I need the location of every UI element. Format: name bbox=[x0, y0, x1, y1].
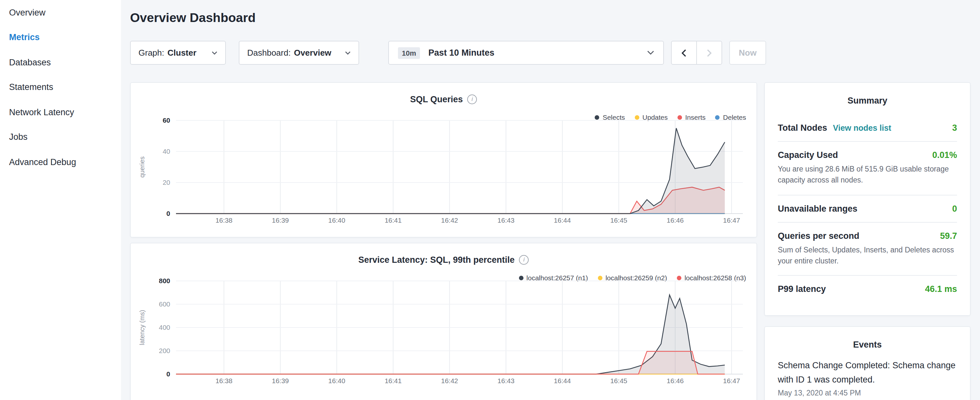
y-axis-tick-label: 20 bbox=[163, 178, 170, 186]
chevron-left-icon bbox=[681, 49, 687, 57]
y-axis-tick-label: 200 bbox=[159, 347, 170, 354]
x-axis-tick-label: 16:42 bbox=[441, 377, 458, 384]
chart-title: SQL Queries bbox=[410, 94, 463, 104]
summary-row-total-nodes: Total NodesView nodes list 3 bbox=[778, 115, 957, 141]
now-button[interactable]: Now bbox=[729, 41, 766, 65]
view-nodes-list-link[interactable]: View nodes list bbox=[833, 124, 891, 133]
x-axis-tick-label: 16:43 bbox=[498, 377, 515, 384]
summary-row-label: Queries per second bbox=[778, 231, 859, 241]
time-prev-button[interactable] bbox=[671, 41, 697, 65]
summary-row-value: 0 bbox=[952, 204, 957, 213]
y-axis-tick-label: 600 bbox=[159, 300, 170, 308]
sidebar-item-jobs[interactable]: Jobs bbox=[0, 124, 121, 150]
dashboard-dropdown[interactable]: Dashboard: Overview bbox=[239, 41, 359, 65]
x-axis-tick-label: 16:44 bbox=[554, 217, 571, 224]
dashboard-dropdown-label: Dashboard: bbox=[247, 48, 291, 57]
graph-dropdown-value: Cluster bbox=[168, 48, 197, 57]
summary-row-capacity-used: Capacity Used 0.01% You are using 28.6 M… bbox=[778, 141, 957, 194]
x-axis-tick-label: 16:38 bbox=[215, 217, 232, 224]
event-message: Schema Change Completed: Schema change w… bbox=[778, 359, 957, 386]
sidebar-item-overview[interactable]: Overview bbox=[0, 0, 121, 25]
x-axis-tick-label: 16:41 bbox=[385, 217, 402, 224]
service-latency-chart-card: Service Latency: SQL, 99th percentile i … bbox=[130, 243, 757, 400]
summary-row-unavailable-ranges: Unavailable ranges 0 bbox=[778, 194, 957, 222]
x-axis-tick-label: 16:41 bbox=[385, 377, 402, 384]
y-axis-tick-label: 800 bbox=[159, 277, 170, 284]
graph-dropdown[interactable]: Graph: Cluster bbox=[130, 41, 226, 65]
x-axis-tick-label: 16:43 bbox=[498, 217, 515, 224]
x-axis-tick-label: 16:46 bbox=[667, 377, 684, 384]
x-axis-tick-label: 16:39 bbox=[272, 217, 289, 224]
chart-title: Service Latency: SQL, 99th percentile bbox=[358, 255, 514, 265]
summary-row-value: 46.1 ms bbox=[925, 284, 957, 294]
sidebar: Overview Metrics Databases Statements Ne… bbox=[0, 0, 121, 400]
graph-dropdown-label: Graph: bbox=[138, 48, 164, 57]
y-axis-tick-label: 400 bbox=[159, 324, 170, 331]
x-axis-tick-label: 16:46 bbox=[667, 217, 684, 224]
dashboard-dropdown-value: Overview bbox=[294, 48, 331, 57]
sql-queries-chart[interactable]: 16:3816:3916:4016:4116:4216:4316:4416:45… bbox=[136, 116, 751, 228]
info-icon[interactable]: i bbox=[519, 255, 529, 265]
x-axis-tick-label: 16:40 bbox=[328, 217, 345, 224]
summary-row-description: Sum of Selects, Updates, Inserts, and De… bbox=[778, 244, 957, 267]
chevron-down-icon bbox=[207, 51, 217, 55]
sidebar-item-metrics[interactable]: Metrics bbox=[0, 25, 121, 50]
summary-title: Summary bbox=[778, 83, 957, 115]
x-axis-tick-label: 16:47 bbox=[723, 377, 740, 384]
x-axis-tick-label: 16:40 bbox=[328, 377, 345, 384]
x-axis-tick-label: 16:44 bbox=[554, 377, 571, 384]
summary-panel: Summary Total NodesView nodes list 3 Cap… bbox=[764, 82, 970, 316]
summary-row-label: Capacity Used bbox=[778, 150, 838, 160]
sidebar-item-advanced-debug[interactable]: Advanced Debug bbox=[0, 150, 121, 174]
summary-row-label: Unavailable ranges bbox=[778, 204, 858, 213]
y-axis-title: queries bbox=[138, 156, 146, 178]
y-axis-tick-label: 0 bbox=[166, 210, 170, 217]
x-axis-tick-label: 16:42 bbox=[441, 217, 458, 224]
time-window-badge: 10m bbox=[398, 47, 420, 59]
x-axis-tick-label: 16:39 bbox=[272, 377, 289, 384]
service-latency-chart[interactable]: 16:3816:3916:4016:4116:4216:4316:4416:45… bbox=[136, 277, 751, 388]
page-title: Overview Dashboard bbox=[130, 10, 256, 25]
summary-row-value: 0.01% bbox=[932, 150, 957, 160]
summary-row-description: You are using 28.6 MiB of 515.9 GiB usab… bbox=[778, 164, 957, 186]
app-root: Overview Metrics Databases Statements Ne… bbox=[0, 0, 980, 400]
time-next-button[interactable] bbox=[696, 41, 722, 65]
sql-queries-chart-card: SQL Queries i SelectsUpdatesInsertsDelet… bbox=[130, 82, 757, 237]
summary-row-p99-latency: P99 latency 46.1 ms bbox=[778, 275, 957, 302]
x-axis-tick-label: 16:38 bbox=[215, 377, 232, 384]
chevron-down-icon bbox=[647, 51, 654, 55]
summary-row-queries-per-second: Queries per second 59.7 Sum of Selects, … bbox=[778, 222, 957, 275]
y-axis-tick-label: 0 bbox=[166, 370, 170, 378]
chevron-right-icon bbox=[706, 49, 712, 57]
summary-row-value: 3 bbox=[952, 123, 957, 133]
summary-row-value: 59.7 bbox=[940, 231, 957, 241]
time-range-label: Past 10 Minutes bbox=[428, 48, 494, 57]
y-axis-tick-label: 60 bbox=[163, 116, 170, 124]
summary-row-label: Total Nodes bbox=[778, 123, 827, 133]
x-axis-tick-label: 16:45 bbox=[610, 377, 627, 384]
x-axis-tick-label: 16:45 bbox=[610, 217, 627, 224]
series-line bbox=[176, 128, 725, 214]
summary-row-label: P99 latency bbox=[778, 284, 826, 294]
x-axis-tick-label: 16:47 bbox=[723, 217, 740, 224]
event-timestamp: May 13, 2020 at 4:45 PM bbox=[778, 389, 957, 397]
y-axis-title: latency (ms) bbox=[138, 310, 146, 345]
series-area bbox=[176, 128, 725, 214]
info-icon[interactable]: i bbox=[468, 94, 477, 104]
sidebar-item-network-latency[interactable]: Network Latency bbox=[0, 100, 121, 124]
sidebar-item-databases[interactable]: Databases bbox=[0, 50, 121, 75]
events-title: Events bbox=[778, 327, 957, 359]
chevron-down-icon bbox=[340, 51, 351, 55]
y-axis-tick-label: 40 bbox=[163, 148, 170, 155]
events-panel: Events Schema Change Completed: Schema c… bbox=[764, 326, 970, 400]
event-item: Schema Change Completed: Schema change w… bbox=[778, 359, 957, 397]
time-range-dropdown[interactable]: 10m Past 10 Minutes bbox=[388, 41, 664, 65]
sidebar-item-statements[interactable]: Statements bbox=[0, 75, 121, 100]
